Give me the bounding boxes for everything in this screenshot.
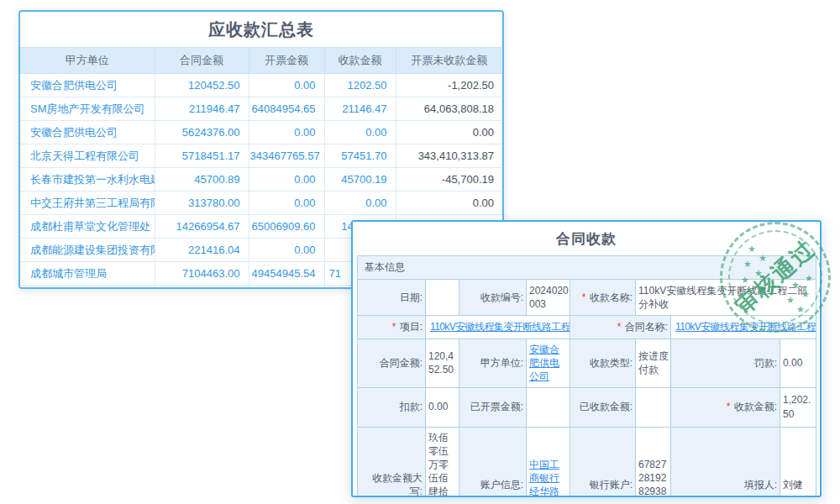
column-header: 收款金额 [324,48,396,74]
company-cell[interactable]: 中交王府井第三工程局有限公司 [20,192,155,215]
screen: 应收款汇总表 甲方单位 合同金额 开票金额 收款金额 开票未收款金额 安徽合肥供… [0,0,840,504]
field-value: 刘健 [780,427,816,497]
column-header: 甲方单位 [20,48,155,74]
field-value[interactable]: 中国工商银行经华路支行 [527,427,570,497]
field-label: 甲方单位: [459,339,527,388]
field-value[interactable]: 安徽合肥供电公司 [527,339,570,388]
field-value: 2024020003 [527,280,570,316]
amount-cell: 45700.19 [324,168,396,192]
field-value[interactable]: 110kV安徽线程集变开断线路工程 [426,316,570,339]
amount-cell: 0.00 [249,121,324,144]
company-cell[interactable]: 安徽合肥供电公司 [20,121,155,144]
table-row: 安徽合肥供电公司5624376.000.000.000.00 [20,121,502,144]
field-value: 1,202.50 [780,387,816,427]
company-cell[interactable]: 安徽合肥供电公司 [20,74,155,97]
field-label: 合同金额: [358,339,426,388]
field-label: 已开票金额: [459,387,527,427]
form-row: 扣款:0.00已开票金额:已收款金额:* 收款金额:1,202.50 [358,387,816,427]
amount-cell: 1202.50 [324,74,396,97]
amount-cell: 5624376.00 [155,121,249,144]
field-value [527,387,570,427]
field-value: 按进度付款 [636,339,671,388]
amount-cell: 64,063,808.18 [396,97,502,121]
field-value: 玖佰零伍万零伍佰肆拾伍元伍角整 [426,427,459,497]
amount-cell: 313780.00 [155,192,249,215]
table-row: SM房地产开发有限公司211946.4764084954.6521146.476… [20,97,502,121]
form-row: 合同金额:120,452.50甲方单位:安徽合肥供电公司收款类型:按进度付款罚款… [358,339,816,388]
field-value: 110kV安徽线程集变开断线路工程二部分补收 [636,280,816,316]
section-header: 基本信息 [358,256,816,280]
amount-cell: 211946.47 [155,97,249,121]
company-cell[interactable]: 北京天得工程有限公司 [20,144,155,168]
amount-cell: 49454945.54 [249,262,324,286]
amount-cell: 343,410,313.87 [396,144,502,168]
table-row: 北京天得工程有限公司5718451.17343467765.5757451.70… [20,144,502,168]
table-row: 中交王府井第三工程局有限公司313780.000.000.000.00 [20,192,502,215]
field-value [636,387,671,427]
payment-form-title: 合同收款 [353,222,820,255]
amount-cell: 0.00 [249,168,324,192]
field-label: 罚款: [671,339,780,388]
amount-cell: 7104463.00 [155,262,249,286]
company-cell[interactable]: 长春市建投第一水利水电建设有限公司 [20,168,155,192]
table-row: 长春市建投第一水利水电建设有限公司45700.890.0045700.19-45… [20,168,502,192]
amount-cell: 5718451.17 [155,144,249,168]
field-label: * 合同名称: [570,316,671,339]
amount-cell: 0.00 [249,192,324,215]
required-asterisk: * [582,291,589,303]
field-label: * 收款名称: [570,280,636,316]
required-asterisk: * [617,321,624,333]
field-value: 0.00 [426,387,459,427]
field-label: 账户信息: [459,427,527,497]
form-table-body: 日期:收款编号:2024020003* 收款名称:110kV安徽线程集变开断线路… [358,280,816,498]
required-asterisk: * [392,321,399,333]
table-row: 安徽合肥供电公司120452.500.001202.50-1,202.50 [20,74,502,97]
field-label: * 收款金额: [671,387,780,427]
amount-cell: 65006909.60 [249,215,324,239]
amount-cell: 0.00 [324,121,396,144]
amount-cell: 45700.89 [155,168,249,192]
link-value[interactable]: 中国工商银行经华路支行 [529,459,559,497]
field-value: 6782728192829384782 [636,427,671,497]
amount-cell: 0.00 [249,74,324,97]
amount-cell: 57451.70 [324,144,396,168]
link-value[interactable]: 110kV安徽线程集变开断线路工程 [675,321,816,333]
company-cell[interactable]: 成都美合房地产有限公司 [20,286,155,290]
section-header-row: 基本信息 [358,256,816,280]
amount-cell: 120452.50 [155,74,249,97]
field-label: 收款编号: [459,280,527,316]
amount-cell: 0.00 [396,192,502,215]
required-asterisk: * [727,401,733,412]
field-label: 已收款金额: [570,387,636,427]
amount-cell: 14266954.67 [155,215,249,239]
company-cell[interactable]: 成都杜甫草堂文化管理处 [20,215,155,239]
amount-cell: 221416.04 [155,239,249,262]
amount-cell: 0.00 [249,239,324,262]
summary-title: 应收款汇总表 [20,12,502,47]
field-value: 120,452.50 [426,339,459,388]
field-label: 收款金额大写: [358,427,426,497]
field-label: 日期: [358,280,426,316]
amount-cell: 0.00 [396,121,502,144]
amount-cell: 343467765.57 [249,144,324,168]
form-row: 日期:收款编号:2024020003* 收款名称:110kV安徽线程集变开断线路… [358,280,816,316]
amount-cell: 64084954.65 [249,97,324,121]
company-cell[interactable]: 成都城市管理局 [20,262,155,286]
field-value: 0.00 [780,339,816,388]
column-header: 开票未收款金额 [396,48,502,74]
amount-cell: 2598190.00 [155,286,249,290]
company-cell[interactable]: 成都能源建设集团投资有限公司 [20,239,155,262]
field-label: 填报人: [671,427,780,497]
link-value[interactable]: 110kV安徽线程集变开断线路工程 [430,321,570,333]
contract-payment-panel: 合同收款 基本信息 日期:收款编号:2024020003* 收款名称:110kV… [351,220,822,497]
form-row: * 项目:110kV安徽线程集变开断线路工程* 合同名称:110kV安徽线程集变… [358,316,816,339]
field-value[interactable]: 110kV安徽线程集变开断线路工程 [671,316,816,339]
field-label: * 项目: [358,316,426,339]
field-label: 银行账户: [570,427,636,497]
field-label: 扣款: [358,387,426,427]
company-cell[interactable]: SM房地产开发有限公司 [20,97,155,121]
summary-header-row: 甲方单位 合同金额 开票金额 收款金额 开票未收款金额 [20,48,502,74]
amount-cell: -45,700.19 [396,168,502,192]
amount-cell: 0.00 [324,192,396,215]
link-value[interactable]: 安徽合肥供电公司 [529,344,559,382]
